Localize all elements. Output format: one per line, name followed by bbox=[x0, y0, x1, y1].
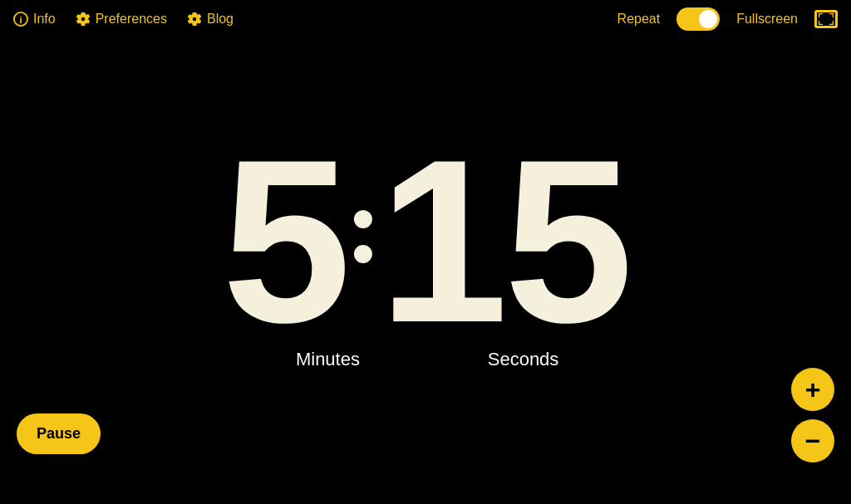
timer-digits: 5 15 bbox=[222, 125, 629, 357]
toggle-knob bbox=[699, 10, 717, 28]
colon-dot-top bbox=[354, 210, 372, 228]
blog-nav-item[interactable]: Blog bbox=[187, 12, 234, 27]
top-nav: i Info Preferences Blog Repeat Fullscree… bbox=[0, 0, 851, 37]
info-nav-item[interactable]: i Info bbox=[13, 12, 56, 27]
side-buttons: + − bbox=[791, 368, 834, 462]
blog-label: Blog bbox=[207, 12, 234, 27]
timer-container: 5 15 Minutes Seconds bbox=[222, 125, 629, 370]
repeat-label: Repeat bbox=[617, 12, 661, 27]
pause-button[interactable]: Pause bbox=[17, 413, 101, 454]
colon-dot-bottom bbox=[354, 245, 372, 263]
nav-left: i Info Preferences Blog bbox=[13, 12, 234, 27]
fullscreen-label: Fullscreen bbox=[736, 12, 798, 27]
seconds-label: Seconds bbox=[426, 349, 621, 370]
nav-right: Repeat Fullscreen bbox=[617, 7, 838, 31]
repeat-toggle[interactable] bbox=[676, 7, 720, 31]
fullscreen-icon[interactable] bbox=[814, 10, 838, 28]
minutes-label: Minutes bbox=[230, 349, 426, 370]
info-icon: i bbox=[13, 12, 28, 27]
preferences-label: Preferences bbox=[96, 12, 167, 27]
fullscreen-svg-icon bbox=[819, 13, 834, 25]
svg-text:i: i bbox=[19, 13, 22, 24]
plus-button[interactable]: + bbox=[791, 368, 834, 411]
blog-gear-icon bbox=[187, 12, 202, 27]
timer-minutes: 5 bbox=[222, 125, 347, 357]
info-label: Info bbox=[33, 12, 56, 27]
preferences-nav-item[interactable]: Preferences bbox=[76, 12, 167, 27]
preferences-gear-icon bbox=[76, 12, 91, 27]
timer-labels: Minutes Seconds bbox=[222, 349, 629, 370]
minus-button[interactable]: − bbox=[791, 419, 834, 462]
timer-colon bbox=[347, 210, 379, 263]
timer-seconds: 15 bbox=[379, 125, 629, 357]
